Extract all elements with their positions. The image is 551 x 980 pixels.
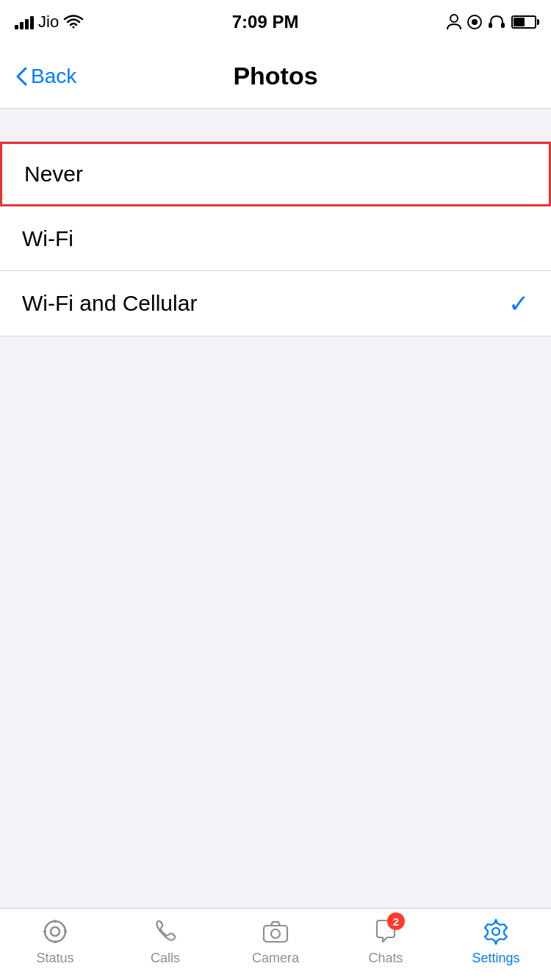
tab-settings[interactable]: Settings: [441, 915, 551, 966]
status-tab-icon: [39, 915, 71, 948]
svg-point-12: [271, 929, 280, 938]
status-time: 7:09 PM: [232, 12, 299, 32]
option-never-label: Never: [24, 162, 83, 187]
status-tab-label: Status: [36, 951, 73, 966]
camera-tab-label: Camera: [252, 951, 299, 966]
option-wifi-label: Wi-Fi: [22, 226, 73, 251]
svg-point-7: [54, 920, 57, 923]
svg-rect-4: [501, 23, 505, 28]
tab-status[interactable]: Status: [0, 915, 110, 966]
settings-tab-label: Settings: [472, 951, 519, 966]
option-never[interactable]: Never: [0, 142, 551, 206]
status-left: Jio: [15, 12, 84, 32]
svg-point-8: [54, 940, 57, 943]
svg-point-13: [492, 928, 500, 935]
section-gap: [0, 109, 551, 141]
option-wifi-cellular-label: Wi-Fi and Cellular: [22, 291, 197, 316]
camera-tab-icon: [259, 915, 292, 948]
checkmark-icon: ✓: [508, 289, 529, 318]
status-right: [447, 14, 536, 30]
svg-rect-11: [264, 926, 287, 942]
tab-bar: Status Calls Camera 2 Chats: [0, 908, 551, 980]
svg-point-5: [45, 921, 65, 942]
wifi-icon: [63, 14, 84, 30]
chats-tab-icon: 2: [370, 915, 402, 948]
nav-bar: Back Photos: [0, 44, 551, 109]
chats-tab-label: Chats: [368, 951, 403, 966]
screen-record-icon: [467, 15, 482, 29]
svg-point-0: [450, 15, 458, 22]
content-background: [0, 336, 551, 909]
svg-rect-3: [489, 23, 492, 28]
chats-badge: 2: [387, 912, 405, 930]
tab-chats[interactable]: 2 Chats: [331, 915, 441, 966]
tab-calls[interactable]: Calls: [110, 915, 220, 966]
signal-bars-icon: [15, 15, 34, 29]
option-wifi[interactable]: Wi-Fi: [0, 206, 551, 271]
page-title: Photos: [233, 62, 317, 90]
options-list: Never Wi-Fi Wi-Fi and Cellular ✓: [0, 141, 551, 336]
svg-point-10: [64, 930, 67, 933]
option-wifi-cellular[interactable]: Wi-Fi and Cellular ✓: [0, 271, 551, 336]
settings-tab-icon: [480, 915, 512, 948]
carrier-label: Jio: [38, 12, 59, 32]
calls-tab-label: Calls: [151, 951, 180, 966]
calls-tab-icon: [149, 915, 181, 948]
svg-point-2: [472, 19, 478, 25]
svg-point-6: [51, 927, 60, 936]
person-icon: [447, 14, 461, 30]
back-button[interactable]: Back: [15, 65, 76, 88]
back-label: Back: [31, 65, 76, 88]
tab-camera[interactable]: Camera: [220, 915, 331, 966]
svg-point-9: [43, 930, 46, 933]
battery-icon: [511, 15, 536, 29]
status-bar: Jio 7:09 PM: [0, 0, 551, 44]
headphone-icon: [488, 15, 505, 29]
